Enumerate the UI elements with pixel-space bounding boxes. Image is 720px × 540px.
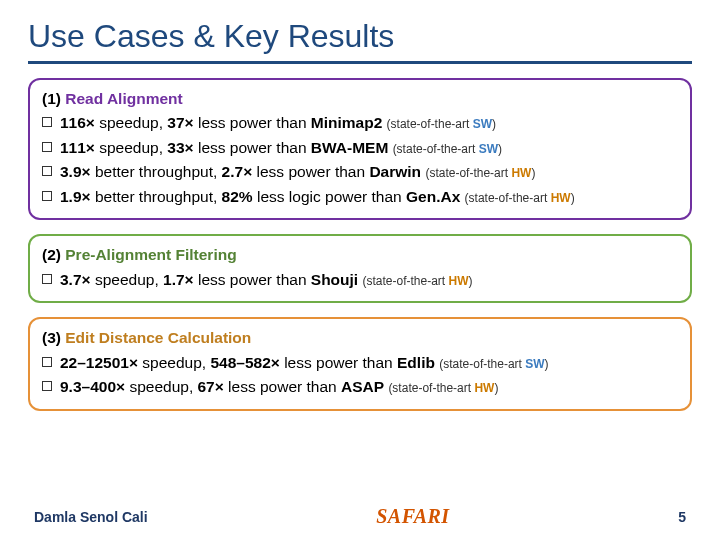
footer: Damla Senol Cali SAFARI 5 (0, 505, 720, 528)
page-number: 5 (678, 509, 686, 525)
bullet-icon (42, 274, 52, 284)
card-num: (2) (42, 246, 61, 263)
item-text: 3.7× speedup, 1.7× less power than Shouj… (60, 269, 473, 291)
bullet-icon (42, 117, 52, 127)
logo: SAFARI (376, 505, 449, 528)
list-item: 1.9× better throughput, 82% less logic p… (42, 186, 678, 208)
bullet-icon (42, 381, 52, 391)
page-title: Use Cases & Key Results (28, 18, 692, 64)
card-name: Read Alignment (65, 90, 182, 107)
card-name: Edit Distance Calculation (65, 329, 251, 346)
bullet-icon (42, 142, 52, 152)
card-read-alignment: (1) Read Alignment 116× speedup, 37× les… (28, 78, 692, 220)
card-pre-alignment: (2) Pre-Alignment Filtering 3.7× speedup… (28, 234, 692, 303)
card-num: (1) (42, 90, 61, 107)
bullet-icon (42, 191, 52, 201)
item-text: 9.3–400× speedup, 67× less power than AS… (60, 376, 498, 398)
item-text: 116× speedup, 37× less power than Minima… (60, 112, 496, 134)
list-item: 3.9× better throughput, 2.7× less power … (42, 161, 678, 183)
item-text: 111× speedup, 33× less power than BWA-ME… (60, 137, 502, 159)
card-edit-distance: (3) Edit Distance Calculation 22–12501× … (28, 317, 692, 410)
item-text: 22–12501× speedup, 548–582× less power t… (60, 352, 549, 374)
list-item: 3.7× speedup, 1.7× less power than Shouj… (42, 269, 678, 291)
card-head: (3) Edit Distance Calculation (42, 327, 678, 349)
card-name: Pre-Alignment Filtering (65, 246, 236, 263)
bullet-icon (42, 357, 52, 367)
bullet-icon (42, 166, 52, 176)
list-item: 9.3–400× speedup, 67× less power than AS… (42, 376, 678, 398)
list-item: 111× speedup, 33× less power than BWA-ME… (42, 137, 678, 159)
author: Damla Senol Cali (34, 509, 148, 525)
card-head: (2) Pre-Alignment Filtering (42, 244, 678, 266)
card-num: (3) (42, 329, 61, 346)
list-item: 116× speedup, 37× less power than Minima… (42, 112, 678, 134)
list-item: 22–12501× speedup, 548–582× less power t… (42, 352, 678, 374)
card-head: (1) Read Alignment (42, 88, 678, 110)
item-text: 3.9× better throughput, 2.7× less power … (60, 161, 535, 183)
item-text: 1.9× better throughput, 82% less logic p… (60, 186, 575, 208)
